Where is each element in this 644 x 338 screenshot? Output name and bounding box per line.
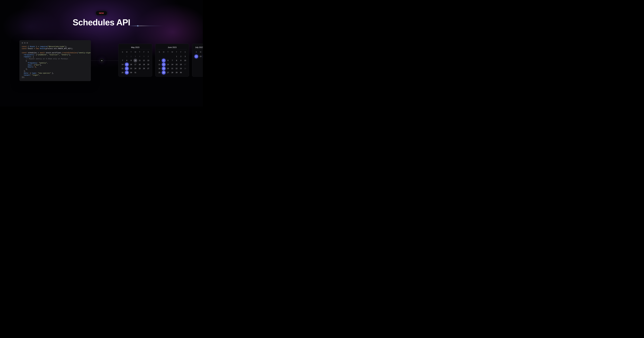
calendar-day (120, 54, 125, 58)
calendar-dow: T (174, 50, 179, 54)
calendar-month: May 2023SMTWTFS1234567891011121314151617… (118, 44, 152, 76)
calendar-strip: May 2023SMTWTFS1234567891011121314151617… (118, 44, 203, 76)
calendar-day[interactable]: 5 (142, 54, 146, 58)
calendar-title: June 2023 (157, 46, 187, 48)
calendar-day[interactable]: 23 (129, 66, 133, 70)
calendar-dow: S (194, 50, 198, 54)
calendar-dow: T (138, 50, 142, 54)
calendar-day[interactable]: 22 (125, 67, 129, 70)
calendar-day[interactable]: 15 (125, 63, 129, 66)
calendar-dow: S (146, 50, 150, 54)
calendar-dow: M (162, 50, 166, 54)
calendar-day[interactable]: 29 (174, 70, 179, 74)
calendar-day[interactable]: 14 (170, 62, 174, 66)
calendar-day[interactable]: 12 (142, 58, 146, 62)
calendar-day[interactable]: 20 (146, 62, 150, 66)
calendar-day[interactable]: 23 (179, 66, 183, 70)
calendar-day[interactable]: 10 (134, 58, 137, 62)
calendar-day[interactable]: 16 (129, 62, 133, 66)
calendar-day[interactable]: 21 (170, 66, 174, 70)
calendar-day[interactable]: 8 (125, 58, 129, 62)
calendar-day[interactable]: 26 (142, 66, 146, 70)
calendar-day[interactable]: 3 (183, 54, 187, 58)
calendar-day[interactable]: 22 (174, 66, 179, 70)
calendar-day[interactable]: 14 (120, 62, 125, 66)
calendar-day[interactable]: 19 (162, 67, 166, 70)
calendar-day[interactable]: 15 (174, 62, 179, 66)
calendar-day[interactable]: 20 (166, 66, 170, 70)
lens-flare (129, 26, 164, 26)
calendar-dow: S (157, 50, 162, 54)
calendar-dow: F (179, 50, 183, 54)
calendar-month: June 2023SMTWTFS123456789101112131415161… (155, 44, 189, 76)
calendar-day (157, 54, 162, 58)
calendar-day[interactable]: 17 (194, 54, 198, 58)
calendar-day[interactable]: 1 (174, 54, 179, 58)
calendar-day[interactable]: 27 (146, 66, 150, 70)
calendar-month: July 2023SM23910161723243031 (192, 44, 203, 76)
traffic-dot (26, 42, 28, 44)
calendar-grid: SMTWTFS123456789101112131415161718192021… (120, 50, 150, 74)
calendar-day (170, 54, 174, 58)
calendar-day[interactable]: 11 (157, 62, 162, 66)
calendar-day[interactable]: 13 (166, 62, 170, 66)
calendar-day[interactable]: 25 (157, 70, 162, 74)
calendar-day[interactable]: 11 (138, 58, 142, 62)
calendar-day[interactable]: 29 (125, 71, 129, 74)
calendar-day[interactable]: 23 (198, 54, 203, 58)
calendar-day (162, 54, 166, 58)
calendar-day[interactable]: 7 (120, 58, 125, 62)
calendar-day[interactable]: 18 (138, 62, 142, 66)
calendar-day[interactable]: 28 (170, 70, 174, 74)
arrow-right-icon (101, 60, 103, 62)
window-traffic-lights (22, 42, 28, 44)
code-window: const { Knock } = require("@knocklabs/no… (20, 40, 91, 81)
calendar-day[interactable]: 21 (120, 66, 125, 70)
calendar-day[interactable]: 25 (138, 66, 142, 70)
calendar-day[interactable]: 9 (179, 58, 183, 62)
calendar-day[interactable]: 30 (129, 70, 133, 74)
calendar-day[interactable]: 1 (125, 54, 129, 58)
calendar-title: July 2023 (194, 46, 203, 48)
calendar-day[interactable]: 2 (129, 54, 133, 58)
calendar-day[interactable]: 12 (162, 63, 166, 66)
calendar-day[interactable]: 10 (183, 58, 187, 62)
calendar-grid: SMTWTFS123456789101112131415161718192021… (157, 50, 187, 74)
calendar-day[interactable]: 17 (183, 62, 187, 66)
calendar-day[interactable]: 9 (129, 58, 133, 62)
code-block: const { Knock } = require("@knocklabs/no… (22, 46, 88, 78)
calendar-dow: M (198, 50, 203, 54)
calendar-day[interactable]: 13 (146, 58, 150, 62)
calendar-day[interactable]: 2 (179, 54, 183, 58)
calendar-day[interactable]: 27 (166, 70, 170, 74)
calendar-dow: W (133, 50, 138, 54)
calendar-day[interactable]: 4 (157, 58, 162, 62)
arrow-button[interactable] (100, 58, 104, 63)
connector-line (91, 60, 118, 61)
traffic-dot (22, 42, 23, 44)
calendar-day[interactable]: 16 (179, 62, 183, 66)
calendar-day[interactable]: 6 (146, 54, 150, 58)
calendar-dow: W (170, 50, 174, 54)
calendar-day[interactable]: 30 (179, 70, 183, 74)
calendar-day[interactable]: 7 (170, 58, 174, 62)
badge-label: NEW (99, 12, 104, 14)
calendar-day[interactable]: 5 (162, 58, 166, 62)
calendar-day[interactable]: 31 (133, 70, 138, 74)
calendar-day[interactable]: 28 (120, 70, 125, 74)
new-badge: NEW (96, 11, 107, 16)
calendar-dow: M (125, 50, 129, 54)
calendar-grid: SM23910161723243031 (194, 50, 203, 58)
calendar-day[interactable]: 4 (138, 54, 142, 58)
page-title: Schedules API (72, 18, 130, 27)
calendar-day[interactable]: 24 (133, 66, 138, 70)
calendar-title: May 2023 (120, 46, 150, 48)
calendar-day[interactable]: 26 (162, 71, 166, 74)
calendar-day[interactable]: 3 (133, 54, 138, 58)
calendar-day[interactable]: 8 (174, 58, 179, 62)
calendar-day[interactable]: 19 (142, 62, 146, 66)
calendar-day[interactable]: 24 (183, 66, 187, 70)
calendar-day[interactable]: 18 (157, 66, 162, 70)
calendar-day[interactable]: 17 (133, 62, 138, 66)
calendar-day[interactable]: 6 (166, 58, 170, 62)
